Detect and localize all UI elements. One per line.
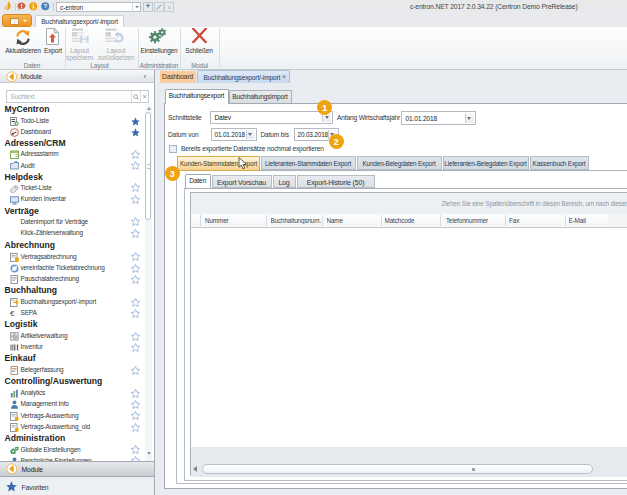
svg-text:?: ? <box>43 2 47 9</box>
